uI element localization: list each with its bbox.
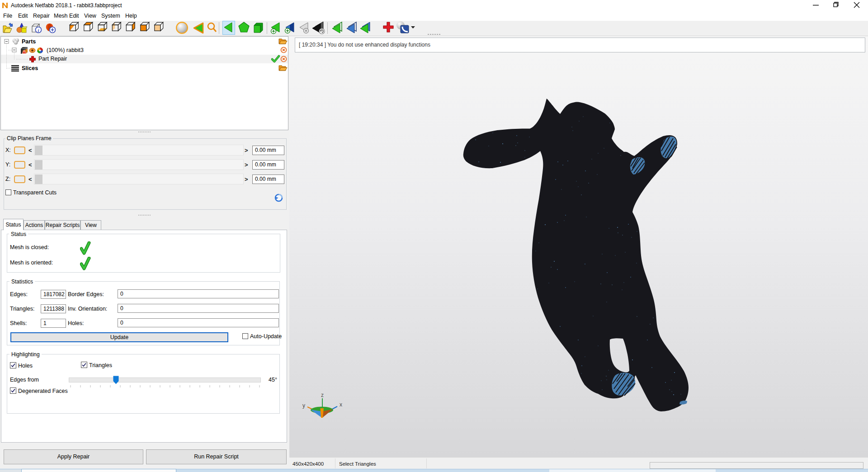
svg-text:x: x — [340, 401, 342, 408]
svg-text:i: i — [38, 28, 39, 33]
svg-text:z: z — [321, 392, 324, 398]
svg-text:y: y — [302, 402, 305, 409]
